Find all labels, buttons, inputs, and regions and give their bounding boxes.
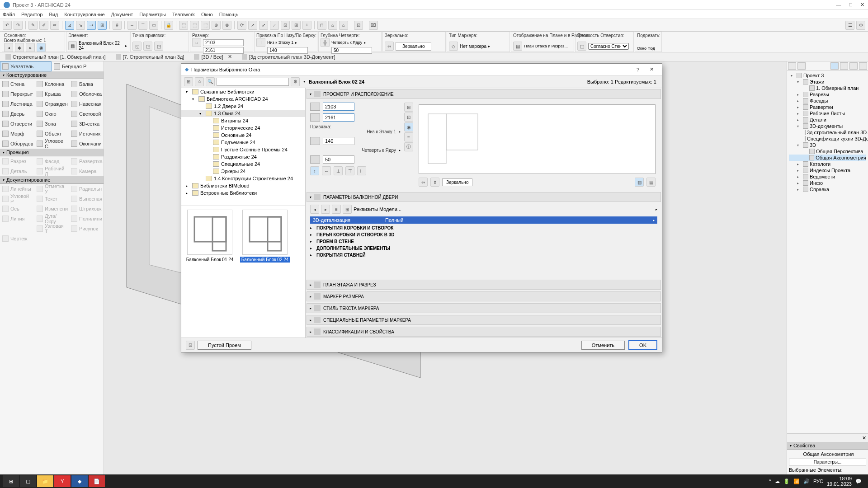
lib-Пустые Оконные Проемы 24[interactable]: Пустые Оконные Проемы 24 <box>181 146 305 153</box>
lib-1.2 Двери 24[interactable]: 1.2 Двери 24 <box>181 103 305 110</box>
document-header[interactable]: Документирование <box>0 176 104 184</box>
archicad-button[interactable]: ◆ <box>71 475 88 487</box>
subsect-ДОПОЛНИТЕЛЬНЫЕ ЭЛЕМЕНТЫ[interactable]: ▸ДОПОЛНИТЕЛЬНЫЕ ЭЛЕМЕНТЫ <box>306 245 662 252</box>
marker-val[interactable]: Нет маркера <box>460 44 486 49</box>
opening-icon[interactable]: ◫ <box>577 42 586 51</box>
tray-lang[interactable]: РУС <box>813 479 823 484</box>
section-marker[interactable]: ▸МАРКЕР РАЗМЕРА <box>307 291 661 301</box>
prop-close-icon[interactable]: ✕ <box>862 435 866 441</box>
tool-Стена[interactable]: Стена <box>0 79 34 89</box>
preview-mode-4[interactable]: ≡ <box>404 132 413 141</box>
nav-pub-icon[interactable] <box>859 62 867 70</box>
tool-Отверсти[interactable]: Отверсти <box>0 119 34 129</box>
cancel-button[interactable]: Отменить <box>581 341 625 350</box>
planview-val[interactable]: План Этажа и Разрез... <box>524 44 568 48</box>
m1-icon[interactable]: ⟳ <box>237 21 246 30</box>
menu-конструирование[interactable]: Конструирование <box>64 12 104 17</box>
nav-btn2[interactable] <box>797 62 806 70</box>
trace-icon[interactable]: ✏ <box>50 21 59 30</box>
lib-Связанные Библиотеки[interactable]: ▾Связанные Библиотеки <box>181 88 305 95</box>
lib-Основные 24[interactable]: Основные 24 <box>181 131 305 139</box>
tool-Полилини[interactable]: Полилини <box>69 214 103 224</box>
height-input[interactable] <box>203 47 244 54</box>
vbind-ref[interactable]: Низ к Этажу 1 <box>267 40 293 45</box>
nav-Разрезы[interactable]: ▸Разрезы <box>789 91 866 98</box>
dlg-shade2[interactable]: ▤ <box>646 178 656 187</box>
param-icon[interactable]: ⊞ <box>343 205 352 214</box>
marker-icon[interactable]: ◇ <box>449 42 458 51</box>
t5-icon[interactable]: ⊗ <box>222 21 231 30</box>
tray-time[interactable]: 18:09 <box>827 476 852 481</box>
mirror-icon[interactable]: ⇔ <box>385 42 394 51</box>
lib-Подъемные 24[interactable]: Подъемные 24 <box>181 139 305 146</box>
lib-Встроенные Библиотеки[interactable]: ▸Встроенные Библиотеки <box>181 189 305 197</box>
nav-1. Обмерный план[interactable]: 1. Обмерный план <box>789 85 866 91</box>
tool-Отметка У[interactable]: Отметка У <box>34 184 69 194</box>
param-next-icon[interactable]: ▸ <box>321 205 330 214</box>
nav-Фасады[interactable]: ▸Фасады <box>789 98 866 104</box>
lib-Раздвижные 24[interactable]: Раздвижные 24 <box>181 153 305 160</box>
orient-4[interactable]: ⊤ <box>345 166 354 175</box>
nav-Каталоги[interactable]: ▸Каталоги <box>789 161 866 167</box>
nav-projmap-icon[interactable] <box>830 62 839 70</box>
preview-mode-2[interactable]: ⊡ <box>404 113 413 122</box>
props-header[interactable]: Свойства <box>787 442 868 450</box>
subsect-ПЕРЬЯ КОРОБКИ И СТВОРОК В 3D[interactable]: ▸ПЕРЬЯ КОРОБКИ И СТВОРОК В 3D <box>306 231 662 238</box>
tray-cloud-icon[interactable]: ☁ <box>775 479 780 484</box>
tool-Изменени[interactable]: Изменени <box>34 204 69 214</box>
nav-btn1[interactable] <box>788 62 796 70</box>
sel-all-icon[interactable]: ◆ <box>15 43 24 52</box>
mirror-button[interactable]: Зеркально <box>396 42 431 51</box>
menu-помощь[interactable]: Помощь <box>219 12 239 17</box>
lib-Исторические 24[interactable]: Исторические 24 <box>181 124 305 131</box>
dlg-height-input[interactable] <box>323 113 354 122</box>
preview-mode-3[interactable]: ◉ <box>404 122 413 131</box>
guide-icon[interactable]: ⊿ <box>65 21 74 30</box>
tool-Окно[interactable]: Окно <box>34 109 69 119</box>
nav-Общая Аксонометрия[interactable]: Общая Аксонометрия <box>789 155 866 161</box>
tool-Огражден[interactable]: Огражден <box>34 99 69 109</box>
nav-root[interactable]: ▾Проект 3 <box>789 72 866 79</box>
snap-icon[interactable]: ↘ <box>76 21 85 30</box>
tool-Лестница[interactable]: Лестница <box>0 99 34 109</box>
empty-opening-button[interactable]: Пустой Проем <box>198 341 251 350</box>
tool-Фасад[interactable]: Фасад <box>34 156 69 166</box>
tool-Зона[interactable]: Зона <box>34 119 69 129</box>
vbind-input[interactable] <box>267 47 308 54</box>
orient-3[interactable]: ⊥ <box>334 166 343 175</box>
section-door-params[interactable]: ▾ПАРАМЕТРЫ БАЛКОННОЙ ДВЕРИ <box>307 192 661 202</box>
tool-Выносная[interactable]: Выносная <box>69 194 103 204</box>
tool-Штриховк[interactable]: Штриховк <box>69 204 103 214</box>
quarter-input[interactable] <box>331 47 372 54</box>
ruler-icon[interactable]: ↔ <box>127 21 137 30</box>
ok-button[interactable]: OK <box>628 340 657 350</box>
dlg-quarter-input[interactable] <box>323 155 354 164</box>
tray-notif-icon[interactable]: 💬 <box>855 479 862 484</box>
grid-snap-icon[interactable]: # <box>113 21 122 30</box>
inject-icon[interactable]: ✐ <box>39 21 48 30</box>
m3-icon[interactable]: ⤢ <box>259 21 268 30</box>
tool-Ось[interactable]: Ось <box>0 204 34 214</box>
lib-Библиотека ARCHICAD 24[interactable]: ▾Библиотека ARCHICAD 24 <box>181 95 305 103</box>
nav-Развертки[interactable]: ▸Развертки <box>789 104 866 110</box>
lib-Витрины 24[interactable]: Витрины 24 <box>181 117 305 124</box>
dlg-search-icon[interactable]: 🔍 <box>206 77 215 86</box>
tool-Чертеж[interactable]: Чертеж <box>0 234 34 244</box>
menu-teamwork[interactable]: Teamwork <box>172 12 195 17</box>
v3-icon[interactable]: ⌂ <box>339 21 348 30</box>
section-marker-special[interactable]: ▸СПЕЦИАЛЬНЫЕ ПАРАМЕТРЫ МАРКЕРА <box>307 315 661 325</box>
close-button[interactable]: ✕ <box>860 2 864 8</box>
dlg-story-input[interactable] <box>323 137 354 145</box>
lib-Эркеры 24[interactable]: Эркеры 24 <box>181 168 305 175</box>
dlg-shade1[interactable]: ▥ <box>635 178 644 187</box>
maximize-button[interactable]: □ <box>849 2 852 8</box>
planview-icon[interactable]: ▤ <box>513 42 522 51</box>
eyedropper-icon[interactable]: ✎ <box>28 21 38 30</box>
dlg-mirror-button[interactable]: Зеркально <box>442 178 472 186</box>
tray-battery-icon[interactable]: 🔋 <box>783 479 790 484</box>
m5-icon[interactable]: ⊡ <box>281 21 290 30</box>
lib-1.4 Конструкции Строительные 24[interactable]: 1.4 Конструкции Строительные 24 <box>181 175 305 182</box>
undo-icon[interactable]: ↶ <box>3 21 12 30</box>
tool-Навесная[interactable]: Навесная <box>69 99 103 109</box>
tool-Морф[interactable]: Морф <box>0 129 34 139</box>
